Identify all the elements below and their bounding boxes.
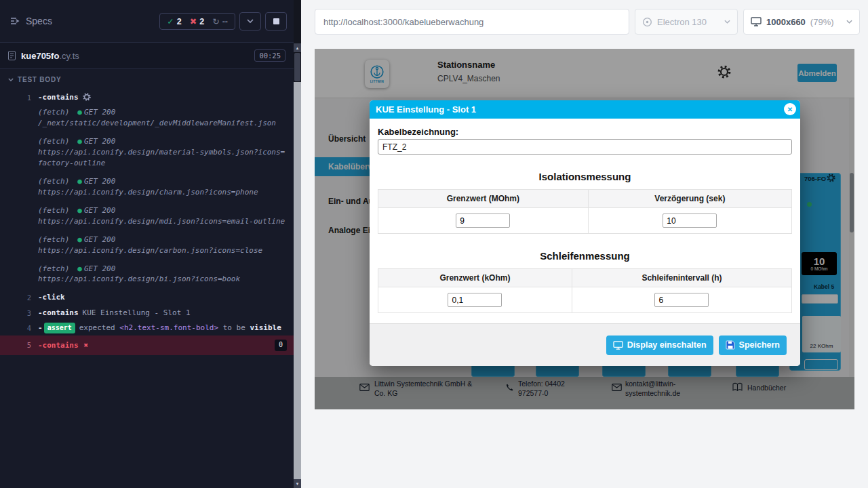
test-stats: ✓2 ✖2 ↻-- — [159, 13, 235, 30]
scrollbar-track[interactable] — [294, 82, 301, 479]
passed-count: ✓2 — [167, 16, 181, 26]
chevron-down-icon — [8, 78, 14, 81]
x-icon: ✖ — [190, 17, 197, 26]
fetch-url: https://api.iconify.design/bi.json?icons… — [38, 274, 287, 285]
log-row-fetch[interactable]: (fetch)●GET 200https://api.iconify.desig… — [0, 232, 294, 258]
scroll-up-button[interactable]: ▲ — [294, 43, 301, 52]
col-grenzwert-kohm: Grenzwert (kOhm) — [378, 269, 572, 287]
log-row-assert[interactable]: 4 -assertexpected <h2.text-sm.font-bold>… — [0, 321, 294, 336]
collapse-button[interactable] — [239, 12, 261, 30]
command-number: 3 — [0, 308, 38, 319]
status-dot: ● — [77, 137, 82, 146]
gear-icon — [83, 93, 91, 101]
schleifenintervall-input[interactable] — [654, 293, 709, 307]
status-dot: ● — [77, 206, 82, 215]
stop-icon — [273, 18, 279, 24]
cypress-sidebar: Specs ✓2 ✖2 ↻-- kue705fo.cy.ts 00:25 TES… — [0, 0, 294, 488]
scroll-down-button[interactable]: ▼ — [294, 479, 301, 488]
command-number: 2 — [0, 292, 38, 303]
aut-toolbar: Electron 130 1000x660 (79%) — [301, 0, 868, 43]
zoom-level: (79%) — [810, 17, 834, 27]
specs-label: Specs — [26, 16, 52, 26]
fail-x-icon: ✖ — [84, 340, 89, 351]
cable-name-input[interactable] — [378, 139, 792, 155]
status-dot: ● — [77, 235, 82, 244]
save-button[interactable]: Speichern — [719, 336, 787, 355]
assert-badge: assert — [44, 323, 75, 334]
monitor-icon — [751, 17, 762, 26]
cable-name-label: Kabelbezeichnung: — [378, 127, 792, 137]
specs-list-icon — [9, 16, 20, 26]
verzoegerung-input[interactable] — [663, 214, 717, 228]
col-schleifenintervall: Schleifenintervall (h) — [572, 269, 791, 287]
kue-settings-modal: KUE Einstellung - Slot 1 ✕ Kabelbezeichn… — [370, 100, 800, 366]
pending-count: ↻-- — [212, 16, 228, 26]
aut-stage: LITTWIN Stationsname CPLV4_Maschen Abmel… — [301, 43, 868, 488]
viewport-selector[interactable]: 1000x660 (79%) — [743, 9, 860, 35]
status-dot: ● — [77, 264, 82, 273]
browser-selector[interactable]: Electron 130 — [635, 9, 738, 35]
refresh-icon: ↻ — [212, 17, 219, 26]
stop-button[interactable] — [265, 12, 287, 30]
chevron-down-icon — [247, 19, 254, 23]
schleifen-table: Grenzwert (kOhm) Schleifenintervall (h) — [378, 268, 792, 313]
grenzwert-mohm-input[interactable] — [456, 214, 510, 228]
isolation-section-title: Isolationsmessung — [378, 171, 792, 182]
display-icon — [613, 341, 623, 350]
spec-timer: 00:25 — [254, 49, 285, 62]
col-grenzwert-mohm: Grenzwert (MOhm) — [378, 190, 589, 208]
fetch-url: https://api.iconify.design/mdi.json?icon… — [38, 216, 287, 227]
spec-header: kue705fo.cy.ts 00:25 — [0, 42, 294, 69]
scrollbar-thumb[interactable] — [294, 53, 300, 81]
schleifen-section-title: Schleifenmessung — [378, 250, 792, 262]
fetch-url: /_next/static/development/_devMiddleware… — [38, 118, 287, 129]
chevron-down-icon — [846, 20, 852, 24]
command-number: 5 — [0, 340, 38, 351]
log-row-click[interactable]: 2 -click — [0, 290, 294, 305]
col-verzoegerung: Verzögerung (sek) — [588, 190, 791, 208]
aut-panel: Electron 130 1000x660 (79%) LITTWIN Stat… — [301, 0, 868, 488]
log-row-failed-contains[interactable]: 5 -contains✖0 — [0, 336, 294, 355]
log-row-fetch[interactable]: (fetch)●GET 200https://api.iconify.desig… — [0, 262, 294, 287]
save-floppy-icon — [726, 340, 735, 350]
log-row-fetch[interactable]: (fetch)●GET 200/_next/static/development… — [0, 105, 294, 131]
fetch-url: https://api.iconify.design/charm.json?ic… — [38, 187, 287, 198]
fetch-url: https://api.iconify.design/carbon.json?i… — [38, 245, 287, 256]
modal-title: KUE Einstellung - Slot 1 — [376, 104, 476, 115]
command-number: 1 — [0, 92, 38, 103]
status-dot: ● — [77, 177, 82, 186]
test-body-section[interactable]: TEST BODY — [0, 69, 294, 87]
sidebar-scrollbar[interactable]: ▲ ▼ — [294, 0, 301, 488]
close-icon[interactable]: ✕ — [784, 103, 796, 115]
runner-topbar: Specs ✓2 ✖2 ↻-- — [0, 0, 294, 42]
app-screenshot: LITTWIN Stationsname CPLV4_Maschen Abmel… — [315, 49, 854, 409]
isolation-table: Grenzwert (MOhm) Verzögerung (sek) — [378, 189, 792, 234]
log-row-fetch[interactable]: (fetch)●GET 200https://api.iconify.desig… — [0, 203, 294, 229]
spec-name[interactable]: kue705fo.cy.ts — [21, 51, 79, 61]
grenzwert-kohm-input[interactable] — [448, 293, 502, 307]
log-row-fetch[interactable]: (fetch)●GET 200https://api.iconify.desig… — [0, 174, 294, 200]
retry-count-badge: 0 — [275, 340, 287, 351]
modal-footer: Display einschalten Speichern — [370, 323, 800, 366]
fetch-url: https://api.iconify.design/material-symb… — [38, 147, 287, 169]
command-log: 1 -contains (fetch)●GET 200/_next/static… — [0, 87, 294, 488]
status-dot: ● — [77, 108, 82, 117]
log-row-contains-1[interactable]: 1 -contains — [0, 90, 294, 105]
modal-header: KUE Einstellung - Slot 1 ✕ — [370, 100, 800, 119]
url-input[interactable] — [315, 9, 629, 35]
display-on-button[interactable]: Display einschalten — [606, 336, 713, 355]
spec-file-icon — [8, 51, 16, 60]
failed-count: ✖2 — [190, 16, 204, 26]
electron-icon — [642, 17, 652, 27]
command-number: 4 — [0, 323, 38, 334]
chevron-down-icon — [724, 20, 730, 24]
log-row-contains-3[interactable]: 3 -containsKUE Einstellung - Slot 1 — [0, 306, 294, 321]
assert-element: <h2.text-sm.font-bold> — [119, 323, 218, 332]
log-row-fetch[interactable]: (fetch)●GET 200https://api.iconify.desig… — [0, 134, 294, 171]
specs-menu[interactable]: Specs — [9, 16, 52, 26]
check-icon: ✓ — [167, 17, 174, 26]
